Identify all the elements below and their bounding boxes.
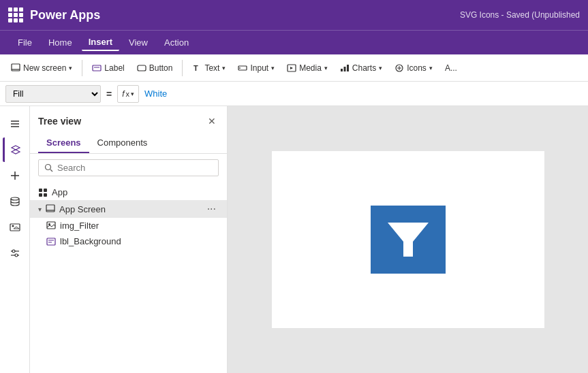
tree-item-img-filter[interactable]: img_Filter bbox=[30, 218, 227, 233]
input-icon bbox=[238, 63, 247, 73]
tree-panel: Tree view ✕ Screens Components bbox=[30, 106, 228, 373]
search-box bbox=[38, 159, 219, 176]
media-sidebar-icon bbox=[10, 222, 20, 233]
svg-rect-10 bbox=[341, 69, 343, 71]
media-chevron: ▾ bbox=[324, 65, 328, 71]
svg-text:T: T bbox=[194, 64, 198, 72]
formula-bar: Fill = f x ▾ White bbox=[0, 82, 588, 106]
app-title: Power Apps bbox=[30, 8, 100, 22]
new-screen-button[interactable]: New screen ▾ bbox=[5, 61, 78, 76]
svg-rect-11 bbox=[343, 67, 345, 71]
add-icon bbox=[10, 170, 20, 181]
text-icon: T bbox=[192, 63, 202, 73]
canvas-frame[interactable] bbox=[272, 151, 544, 328]
media-button[interactable]: Media ▾ bbox=[281, 61, 333, 76]
charts-button[interactable]: Charts ▾ bbox=[335, 61, 388, 76]
text-chevron: ▾ bbox=[222, 65, 226, 71]
expand-icon[interactable]: ▾ bbox=[38, 206, 42, 213]
screen-icon bbox=[46, 204, 55, 214]
fx-label: f x ▾ bbox=[117, 85, 139, 103]
layers-icon bbox=[10, 144, 21, 155]
svg-point-40 bbox=[48, 223, 50, 225]
svg-rect-34 bbox=[44, 189, 47, 192]
tab-components[interactable]: Components bbox=[89, 133, 156, 153]
tree-header: Tree view ✕ bbox=[30, 106, 227, 129]
media-sidebar-button[interactable] bbox=[3, 215, 27, 240]
svg-rect-4 bbox=[138, 65, 146, 71]
menu-file[interactable]: File bbox=[11, 35, 39, 50]
svg-rect-2 bbox=[93, 65, 101, 71]
svg-marker-26 bbox=[14, 227, 19, 229]
icons-chevron: ▾ bbox=[429, 65, 433, 71]
label-icon bbox=[92, 63, 102, 73]
label-button[interactable]: Label bbox=[87, 61, 129, 76]
charts-icon bbox=[340, 63, 350, 73]
tree-body: App ▾ App Screen ··· img_Filter bbox=[30, 182, 227, 373]
new-screen-chevron: ▾ bbox=[69, 65, 72, 71]
tree-item-app[interactable]: App bbox=[30, 184, 227, 200]
more-options-button[interactable]: ··· bbox=[204, 203, 219, 215]
menu-bar: File Home Insert View Action bbox=[0, 30, 588, 54]
icons-icon bbox=[394, 63, 404, 73]
search-input[interactable] bbox=[57, 163, 213, 173]
image-icon bbox=[46, 221, 56, 231]
main-layout: Tree view ✕ Screens Components bbox=[0, 106, 588, 373]
hamburger-menu-button[interactable] bbox=[3, 112, 27, 136]
waffle-icon[interactable] bbox=[8, 7, 23, 22]
svg-point-25 bbox=[12, 225, 14, 227]
label-tree-icon bbox=[46, 237, 56, 246]
svg-rect-36 bbox=[44, 193, 47, 197]
svg-marker-9 bbox=[290, 67, 293, 69]
input-button[interactable]: Input ▾ bbox=[232, 61, 280, 76]
tab-screens[interactable]: Screens bbox=[38, 133, 89, 153]
tree-item-lbl-background[interactable]: lbl_Background bbox=[30, 233, 227, 249]
filter-icon bbox=[384, 216, 432, 263]
tree-view-title: Tree view bbox=[38, 116, 81, 127]
svg-line-32 bbox=[50, 169, 52, 172]
toolbar: New screen ▾ Label Button T Text ▾ Input… bbox=[0, 54, 588, 82]
media-icon bbox=[287, 63, 296, 73]
svg-point-23 bbox=[11, 197, 19, 200]
svg-point-31 bbox=[46, 165, 51, 170]
menu-insert[interactable]: Insert bbox=[82, 34, 119, 51]
svg-rect-12 bbox=[347, 65, 349, 71]
menu-home[interactable]: Home bbox=[42, 35, 79, 50]
data-button[interactable] bbox=[3, 189, 27, 214]
text-button[interactable]: T Text ▾ bbox=[187, 61, 231, 76]
hamburger-icon bbox=[10, 118, 20, 129]
charts-chevron: ▾ bbox=[379, 65, 382, 71]
controls-button[interactable] bbox=[3, 241, 27, 265]
sidebar-icons bbox=[0, 106, 30, 373]
add-button[interactable] bbox=[3, 163, 27, 188]
tree-tabs: Screens Components bbox=[30, 133, 227, 154]
layers-button[interactable] bbox=[3, 137, 27, 162]
title-bar: Power Apps SVG Icons - Saved (Unpublishe… bbox=[0, 0, 588, 30]
app-icon bbox=[38, 188, 48, 197]
canvas-area bbox=[228, 106, 588, 373]
svg-rect-39 bbox=[47, 222, 55, 229]
tree-item-app-screen[interactable]: ▾ App Screen ··· bbox=[30, 200, 227, 218]
saved-status: SVG Icons - Saved (Unpublished bbox=[460, 10, 580, 20]
icons-button[interactable]: Icons ▾ bbox=[389, 61, 438, 76]
svg-rect-24 bbox=[10, 224, 20, 231]
data-icon bbox=[10, 196, 20, 207]
property-select[interactable]: Fill bbox=[5, 85, 101, 103]
button-icon bbox=[137, 63, 146, 73]
close-button[interactable]: ✕ bbox=[205, 113, 219, 129]
equals-sign: = bbox=[106, 88, 112, 99]
button-button[interactable]: Button bbox=[131, 61, 179, 76]
svg-point-30 bbox=[15, 254, 18, 257]
svg-rect-35 bbox=[39, 193, 42, 197]
menu-view[interactable]: View bbox=[122, 35, 155, 50]
menu-action[interactable]: Action bbox=[157, 35, 196, 50]
controls-icon bbox=[10, 248, 20, 259]
svg-rect-41 bbox=[47, 238, 55, 245]
input-chevron: ▾ bbox=[271, 65, 275, 71]
search-icon bbox=[44, 163, 53, 172]
ai-button[interactable]: A... bbox=[439, 61, 463, 76]
svg-marker-19 bbox=[12, 146, 20, 150]
svg-point-28 bbox=[12, 250, 15, 253]
formula-value: White bbox=[144, 88, 583, 99]
svg-rect-33 bbox=[39, 189, 42, 192]
filter-icon-container bbox=[371, 206, 446, 274]
